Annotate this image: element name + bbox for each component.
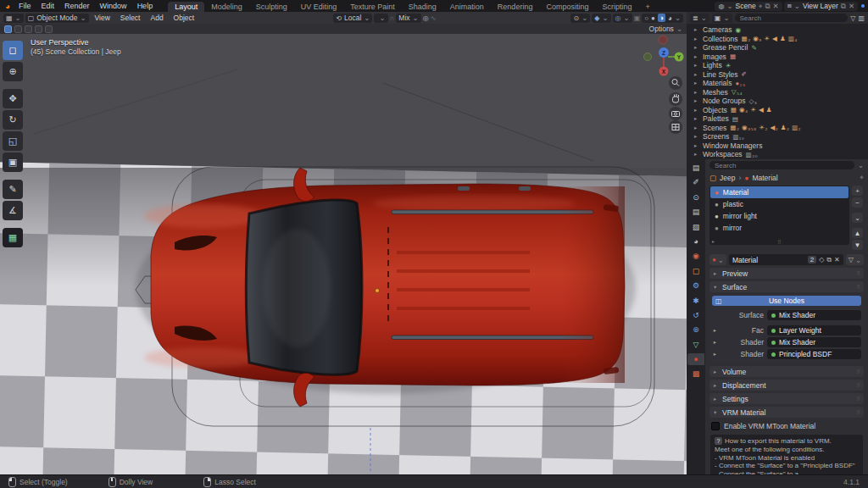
- select-mode-new-icon[interactable]: [4, 25, 12, 33]
- tool-add-cube[interactable]: ▦: [3, 228, 23, 247]
- shading-rendered-icon[interactable]: ◕: [668, 14, 672, 22]
- browse-material-button[interactable]: ● ⌄: [709, 254, 726, 265]
- tab-scene[interactable]: ◕: [688, 236, 704, 247]
- xray-toggle-icon[interactable]: ▣: [634, 14, 641, 22]
- panel-settings[interactable]: ▸ Settings ⠿: [709, 393, 864, 404]
- show-gizmos-toggle[interactable]: ⊙ ⌄: [570, 14, 590, 23]
- outliner-row-grease-pencil[interactable]: ▸Grease Pencil✎: [687, 43, 868, 53]
- tab-layout[interactable]: Layout: [168, 2, 204, 12]
- gizmo-toggle[interactable]: ◆ ⌄: [592, 14, 610, 23]
- mode-selector[interactable]: ▢ Object Mode ⌄: [25, 14, 89, 23]
- pivot-point-selector[interactable]: ⌄: [374, 14, 387, 23]
- outliner-row-screens[interactable]: ▸Screens▥₁₀: [687, 132, 868, 141]
- falloff-icon[interactable]: ∿: [431, 14, 437, 22]
- tab-scripting[interactable]: Scripting: [595, 2, 638, 12]
- outliner-row-lights[interactable]: ▸Lights☀: [687, 61, 868, 70]
- remove-view-layer-icon[interactable]: ✕: [849, 2, 854, 10]
- tool-move[interactable]: ✥: [3, 89, 23, 108]
- outliner-row-meshes[interactable]: ▸Meshes▽₅₄: [687, 88, 868, 97]
- expand-icon[interactable]: ▸: [694, 71, 699, 78]
- select-mode-extend-icon[interactable]: [14, 25, 22, 33]
- tab-rendering[interactable]: Rendering: [491, 2, 540, 12]
- expand-icon[interactable]: ▸: [712, 339, 718, 346]
- new-scene-icon[interactable]: ⧉: [765, 2, 770, 11]
- tool-select-box[interactable]: ◻: [3, 41, 23, 60]
- shader2-field[interactable]: Principled BSDF: [767, 349, 861, 359]
- fac-field[interactable]: Layer Weight: [767, 325, 861, 336]
- tab-tool[interactable]: ✐: [688, 176, 704, 188]
- tool-transform[interactable]: ▣: [3, 152, 23, 172]
- tab-object[interactable]: ▢: [688, 265, 704, 277]
- tab-particles[interactable]: ✱: [688, 295, 704, 307]
- outliner-row-cameras[interactable]: ▸Cameras◉: [687, 25, 868, 35]
- snap-magnet-icon[interactable]: ∩: [390, 14, 395, 22]
- tab-texture-paint[interactable]: Texture Paint: [343, 2, 402, 12]
- expand-icon[interactable]: ▸: [694, 107, 699, 114]
- perspective-toggle-button[interactable]: [669, 120, 682, 134]
- tab-animation[interactable]: Animation: [443, 2, 491, 12]
- tab-view-layer[interactable]: ▧: [688, 221, 704, 233]
- tab-uv-editing[interactable]: UV Editing: [294, 2, 344, 12]
- list-resize-grip[interactable]: ⠿: [777, 239, 781, 245]
- tab-modifiers[interactable]: ⚙: [688, 280, 704, 291]
- vrm-mtoon-checkbox[interactable]: [711, 422, 720, 430]
- unlink-material-icon[interactable]: ✕: [834, 256, 840, 263]
- outliner-row-scenes[interactable]: ▸Scenes▦₂ ◉₃₅₈ ☀₂ ◀₂ ♟₂ ▥₂: [687, 124, 868, 133]
- tab-world[interactable]: ◉: [688, 250, 704, 262]
- properties-options-chevron-icon[interactable]: ⌄: [858, 161, 864, 169]
- panel-preview[interactable]: ▸ Preview ⠿: [709, 268, 864, 279]
- tab-shading[interactable]: Shading: [402, 2, 443, 12]
- expand-icon[interactable]: ▸: [712, 327, 718, 334]
- outliner-row-node-groups[interactable]: ▸Node Groups◇₃: [687, 97, 868, 106]
- breadcrumb-object[interactable]: Jeep: [720, 174, 735, 182]
- tool-scale[interactable]: ◱: [3, 131, 23, 151]
- shader1-field[interactable]: Mix Shader: [767, 337, 861, 347]
- view-layer-selector[interactable]: ⧈ ⌄ View Layer ⧉ ✕: [784, 2, 858, 11]
- transform-orientation-selector[interactable]: ⟲ Local ⌄: [333, 14, 372, 23]
- outliner-row-window-managers[interactable]: ▸Window Managers: [687, 141, 868, 151]
- pin-icon[interactable]: ⌖: [759, 2, 763, 11]
- expand-icon[interactable]: ▸: [694, 26, 699, 33]
- properties-editor-type-icon[interactable]: ▤: [688, 162, 704, 174]
- panel-surface[interactable]: ▾ Surface ⠿: [709, 281, 864, 292]
- options-dropdown[interactable]: Options ⌄: [649, 25, 682, 33]
- unlink-scene-icon[interactable]: ✕: [773, 2, 779, 10]
- expand-icon[interactable]: ▸: [694, 142, 699, 149]
- expand-icon[interactable]: ▸: [694, 151, 699, 158]
- expand-icon[interactable]: ▸: [694, 62, 699, 69]
- material-specials-button[interactable]: ▽ ⌄: [846, 254, 864, 265]
- slot-move-down-button[interactable]: ▼: [852, 240, 863, 250]
- camera-view-button[interactable]: [669, 107, 682, 120]
- surface-shader-field[interactable]: Mix Shader: [767, 310, 861, 320]
- shield-icon[interactable]: ◇: [819, 256, 824, 263]
- properties-search-input[interactable]: [709, 161, 854, 169]
- shading-solid-icon[interactable]: ●: [651, 14, 655, 22]
- use-nodes-button[interactable]: ◫ Use Nodes: [712, 296, 861, 306]
- expand-icon[interactable]: ▸: [694, 125, 699, 131]
- material-name-field[interactable]: Material 2 ◇ ⧉ ✕: [729, 254, 843, 265]
- panel-volume[interactable]: ▸ Volume ⠿: [709, 366, 864, 377]
- outliner-row-materials[interactable]: ▸Materials●₂₃: [687, 79, 868, 88]
- outliner-new-collection-icon[interactable]: ▥: [858, 14, 865, 22]
- menu-object[interactable]: Object: [170, 14, 199, 22]
- material-slot-row[interactable]: ● mirror: [710, 222, 849, 234]
- menu-window[interactable]: Window: [95, 2, 132, 10]
- breadcrumb-material[interactable]: Material: [752, 174, 777, 182]
- tab-constraints[interactable]: ⊛: [688, 324, 704, 336]
- pan-hand-button[interactable]: [669, 92, 682, 106]
- material-slot-row[interactable]: ● mirror light: [710, 210, 849, 222]
- list-expand-icon[interactable]: ▸: [712, 238, 715, 244]
- expand-icon[interactable]: ▸: [694, 53, 699, 60]
- expand-icon[interactable]: ▸: [694, 89, 699, 96]
- expand-icon[interactable]: ▸: [694, 36, 699, 42]
- users-count-badge[interactable]: 2: [808, 256, 816, 263]
- menu-render[interactable]: Render: [59, 2, 95, 10]
- add-slot-button[interactable]: +: [852, 186, 863, 196]
- shading-chevron-icon[interactable]: ⌄: [675, 14, 681, 22]
- menu-add[interactable]: Add: [146, 14, 167, 22]
- editor-type-selector[interactable]: ▦ ⌄: [3, 14, 24, 23]
- outliner-row-palettes[interactable]: ▸Palettes▤: [687, 114, 868, 124]
- menu-help[interactable]: Help: [132, 2, 159, 10]
- zoom-button[interactable]: [669, 76, 682, 90]
- expand-icon[interactable]: ▸: [694, 44, 699, 51]
